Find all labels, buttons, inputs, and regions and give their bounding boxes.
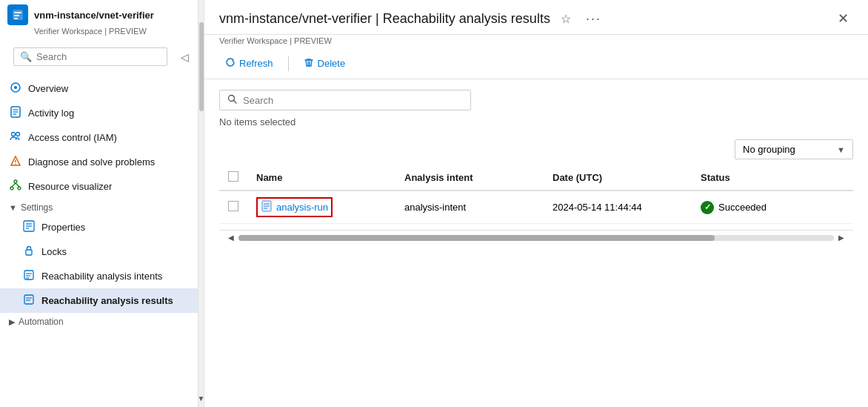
sidebar-item-resource-visualizer[interactable]: Resource visualizer xyxy=(0,174,198,199)
sidebar-item-properties-label: Properties xyxy=(41,222,85,233)
status-cell-content: ✓ Succeeded xyxy=(701,201,844,214)
row-intent-value: analysis-intent xyxy=(404,202,466,213)
sidebar-search-box[interactable]: 🔍 xyxy=(13,47,167,66)
content-search-box[interactable] xyxy=(219,90,471,110)
sidebar-item-reachability-intents-label: Reachability analysis intents xyxy=(41,271,162,282)
delete-label: Delete xyxy=(318,58,346,69)
header-checkbox-cell xyxy=(219,165,247,191)
svg-line-17 xyxy=(12,183,16,187)
h-scroll-track[interactable] xyxy=(238,235,834,241)
name-cell-content: analysis-run xyxy=(256,197,387,217)
sidebar-item-overview[interactable]: Overview xyxy=(0,76,198,101)
automation-expand-icon: ▶ xyxy=(9,317,15,327)
sidebar-resource-name: vnm-instance/vnet-verifier xyxy=(34,10,154,21)
settings-section[interactable]: ▼ Settings xyxy=(0,199,198,215)
row-status-value: Succeeded xyxy=(718,202,767,213)
svg-point-13 xyxy=(15,163,16,165)
close-window-button[interactable]: ✕ xyxy=(833,7,853,30)
row-status-cell: ✓ Succeeded xyxy=(692,191,853,224)
activity-log-icon xyxy=(9,106,22,120)
automation-section[interactable]: ▶ Automation xyxy=(0,313,198,329)
col-header-status: Status xyxy=(692,165,853,191)
automation-section-label: Automation xyxy=(19,317,64,327)
app-title-row: vnm-instance/vnet-verifier xyxy=(0,0,198,27)
overview-icon xyxy=(9,82,22,96)
svg-point-16 xyxy=(18,187,21,190)
row-intent-cell: analysis-intent xyxy=(395,191,544,224)
svg-rect-23 xyxy=(26,250,32,255)
results-table: Name Analysis intent Date (UTC) Status xyxy=(219,165,853,224)
toolbar: Refresh Delete xyxy=(204,48,868,79)
app-icon xyxy=(7,4,28,25)
delete-icon xyxy=(304,57,314,70)
svg-line-32 xyxy=(234,101,237,104)
reachability-intents-icon xyxy=(22,269,36,283)
reachability-results-icon xyxy=(22,294,36,308)
diagnose-icon xyxy=(9,155,22,169)
svg-rect-1 xyxy=(14,12,21,13)
sidebar-item-iam-label: Access control (IAM) xyxy=(28,132,117,143)
svg-point-10 xyxy=(12,133,16,136)
sidebar-scrollbar[interactable]: ▼ xyxy=(198,0,204,407)
sidebar-collapse-btn[interactable]: ◁ xyxy=(178,50,192,64)
horizontal-scrollbar: ◀ ▶ xyxy=(219,230,853,245)
h-scroll-right-btn[interactable]: ▶ xyxy=(837,232,846,243)
sidebar-item-activity-log-label: Activity log xyxy=(28,107,74,119)
sidebar-subtitle: Verifier Workspace | PREVIEW xyxy=(0,27,198,40)
scroll-down-arrow[interactable]: ▼ xyxy=(198,394,205,403)
favorite-button[interactable]: ☆ xyxy=(556,9,575,29)
refresh-button[interactable]: Refresh xyxy=(219,54,279,73)
sidebar-item-overview-label: Overview xyxy=(28,83,68,94)
no-items-label: No items selected xyxy=(219,116,853,128)
sidebar-item-reachability-intents[interactable]: Reachability analysis intents xyxy=(0,264,198,288)
sidebar-item-diagnose[interactable]: Diagnose and solve problems xyxy=(0,150,198,174)
row-date-value: 2024-05-14 11:44:44 xyxy=(552,202,642,213)
svg-rect-2 xyxy=(14,15,19,16)
resource-path: Verifier Workspace | PREVIEW xyxy=(204,35,868,48)
sidebar-item-reachability-results-label: Reachability analysis results xyxy=(41,295,173,306)
delete-button[interactable]: Delete xyxy=(298,54,352,73)
locks-icon xyxy=(22,245,36,259)
h-scroll-left-btn[interactable]: ◀ xyxy=(227,232,236,243)
header-checkbox[interactable] xyxy=(228,171,238,182)
sidebar-search-icon: 🔍 xyxy=(20,51,32,62)
sidebar-item-locks-label: Locks xyxy=(41,246,67,257)
status-success-icon: ✓ xyxy=(701,201,714,214)
h-scroll-thumb xyxy=(238,235,715,241)
settings-section-label: Settings xyxy=(21,202,53,213)
row-checkbox[interactable] xyxy=(228,201,238,211)
toolbar-divider xyxy=(288,56,289,71)
col-header-intent: Analysis intent xyxy=(395,165,544,191)
svg-point-11 xyxy=(16,133,20,136)
sidebar-nav: Overview Activity log xyxy=(0,73,198,407)
refresh-icon xyxy=(225,57,236,70)
settings-expand-icon: ▼ xyxy=(9,203,17,212)
table-row: analysis-run analysis-intent 2024-05-14 … xyxy=(219,191,853,224)
content-search-input[interactable] xyxy=(243,95,463,106)
refresh-label: Refresh xyxy=(239,58,273,69)
sidebar-item-diagnose-label: Diagnose and solve problems xyxy=(28,156,155,168)
sidebar-item-activity-log[interactable]: Activity log xyxy=(0,101,198,125)
properties-icon xyxy=(22,220,36,234)
svg-point-14 xyxy=(14,180,17,183)
svg-point-5 xyxy=(14,86,17,89)
sidebar-search-input[interactable] xyxy=(36,51,161,62)
analysis-run-link[interactable]: analysis-run xyxy=(276,202,328,213)
grouping-chevron-icon: ▼ xyxy=(837,145,845,154)
more-options-button[interactable]: ··· xyxy=(581,8,606,30)
grouping-label: No grouping xyxy=(743,144,795,155)
svg-rect-3 xyxy=(14,18,18,19)
row-checkbox-cell xyxy=(219,191,247,224)
col-header-date: Date (UTC) xyxy=(544,165,692,191)
page-title: vnm-instance/vnet-verifier | Reachabilit… xyxy=(219,11,550,27)
page-header: vnm-instance/vnet-verifier | Reachabilit… xyxy=(204,0,868,35)
analysis-run-icon xyxy=(261,200,273,214)
sidebar-item-locks[interactable]: Locks xyxy=(0,239,198,264)
sidebar-item-properties[interactable]: Properties xyxy=(0,215,198,239)
content-search-icon xyxy=(227,94,237,106)
row-name-cell: analysis-run xyxy=(247,191,395,224)
grouping-dropdown[interactable]: No grouping ▼ xyxy=(735,139,853,159)
sidebar-item-reachability-results[interactable]: Reachability analysis results xyxy=(0,288,198,313)
svg-line-18 xyxy=(16,183,19,187)
sidebar-item-iam[interactable]: Access control (IAM) xyxy=(0,125,198,150)
